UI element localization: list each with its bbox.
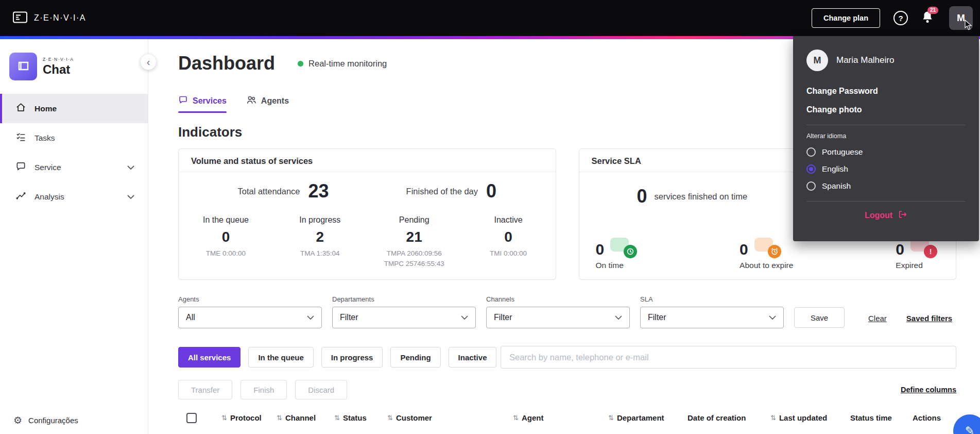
sidebar-item-settings[interactable]: ⚙ Configurações	[0, 406, 148, 434]
sidebar-item-tasks[interactable]: Tasks	[0, 123, 148, 153]
sidebar-item-service[interactable]: Service	[0, 153, 148, 182]
filter-label: Departaments	[332, 295, 476, 303]
column-label: Actions	[913, 413, 941, 422]
stat-value: 0	[896, 241, 904, 258]
notifications-button[interactable]: 21	[921, 10, 934, 26]
chart-icon	[15, 190, 26, 203]
logout-button[interactable]: Logout	[806, 210, 966, 221]
discard-button[interactable]: Discard	[295, 380, 347, 399]
sort-icon: ⇅	[277, 414, 282, 422]
finished-today-metric: Finished of the day 0	[406, 180, 496, 202]
page-title: Dashboard	[178, 53, 275, 74]
tab-all-services[interactable]: All services	[178, 347, 240, 368]
sort-icon: ⇅	[334, 414, 340, 422]
save-filters-button[interactable]: Save	[794, 307, 845, 328]
search-input[interactable]	[501, 346, 956, 369]
column-label: Channel	[285, 413, 316, 422]
notification-badge: 21	[927, 7, 938, 14]
help-icon[interactable]: ?	[893, 11, 908, 25]
column-agent[interactable]: ⇅ Agent	[513, 413, 543, 422]
tab-in-progress[interactable]: In progress	[321, 347, 383, 368]
stat-sub: TMI 0:00:00	[461, 248, 556, 259]
sidebar-menu: Home Tasks	[0, 94, 148, 211]
stat-sub-line: TMPC 25746:55:43	[367, 259, 461, 269]
chevron-down-icon	[127, 192, 134, 202]
radio-selected-icon	[806, 164, 816, 174]
column-status[interactable]: ⇅ Status	[334, 413, 367, 422]
sidebar-item-analysis[interactable]: Analysis	[0, 182, 148, 211]
stat-value: 21	[367, 229, 461, 245]
select-value: Filter	[494, 313, 512, 322]
stat-value: 2	[273, 229, 367, 245]
chat-bubble-icon	[15, 161, 26, 174]
logo-brand-text: Z·E·N·V·I·A	[43, 57, 74, 62]
sla-select[interactable]: Filter	[640, 307, 784, 328]
column-status-time[interactable]: Status time	[850, 413, 892, 422]
column-label: Customer	[396, 413, 432, 422]
logo-product-text: Chat	[43, 62, 74, 77]
stat-sub: TME 0:00:00	[179, 248, 273, 259]
select-all-checkbox[interactable]	[186, 413, 197, 423]
realtime-label: Real-time monitoring	[308, 59, 387, 69]
sidebar-collapse-button[interactable]: ‹	[140, 54, 157, 70]
column-departament[interactable]: ⇅ Departament	[608, 413, 664, 422]
volume-card: Volume and status of services Total atte…	[178, 148, 556, 280]
sidebar-item-home[interactable]: Home	[0, 94, 148, 123]
change-photo-link[interactable]: Change photo	[806, 105, 966, 114]
stat-value: 0	[740, 241, 748, 258]
zenvia-logo-icon	[12, 10, 28, 26]
column-customer[interactable]: ⇅ Customer	[387, 413, 432, 422]
tab-inactive[interactable]: Inactive	[449, 347, 497, 368]
metric-label: Total attendance	[237, 187, 300, 196]
bell-icon	[921, 16, 934, 25]
column-last-updated[interactable]: ⇅ Last updated	[770, 413, 827, 422]
channels-select[interactable]: Filter	[486, 307, 630, 328]
clear-filters-link[interactable]: Clear	[868, 314, 887, 323]
stat-value: 0	[596, 241, 605, 258]
sidebar-item-label: Service	[35, 163, 61, 172]
transfer-button[interactable]: Transfer	[178, 380, 232, 399]
column-protocol[interactable]: ⇅ Protocol	[221, 413, 262, 422]
language-option-spanish[interactable]: Spanish	[806, 181, 966, 191]
tab-services[interactable]: Services	[178, 95, 227, 113]
tasks-icon	[15, 131, 26, 144]
stat-label: On time	[596, 261, 638, 270]
stat-expired: 0 ! Expired	[896, 238, 937, 270]
define-columns-link[interactable]: Define columns	[901, 386, 956, 394]
filter-channels: Channels Filter	[486, 295, 630, 328]
column-actions[interactable]: Actions	[913, 413, 941, 422]
table-header: ⇅ Protocol ⇅ Channel ⇅ Status ⇅ Customer…	[178, 412, 956, 428]
departaments-select[interactable]: Filter	[332, 307, 476, 328]
chevron-down-icon	[127, 163, 134, 172]
tab-label: Agents	[261, 96, 289, 106]
user-avatar-button[interactable]: M	[949, 6, 973, 30]
change-plan-button[interactable]: Change plan	[812, 8, 880, 28]
user-name: Maria Malheiro	[836, 55, 894, 65]
column-label: Date of creation	[687, 413, 746, 422]
filter-sla: SLA Filter	[640, 295, 784, 328]
change-password-link[interactable]: Change Password	[806, 87, 966, 96]
column-date-of-creation[interactable]: Date of creation	[687, 413, 746, 422]
user-menu: M Maria Malheiro Change Password Change …	[793, 36, 979, 241]
user-menu-header: M Maria Malheiro	[806, 49, 966, 71]
stat-sub: TMPA 2060:09:56 TMPC 25746:55:43	[367, 248, 461, 270]
language-section-label: Alterar idioma	[806, 132, 966, 140]
column-channel[interactable]: ⇅ Channel	[277, 413, 316, 422]
on-time-clock-icon	[610, 238, 637, 258]
language-option-english[interactable]: English	[806, 164, 966, 174]
saved-filters-link[interactable]: Saved filters	[906, 314, 952, 323]
language-label: Spanish	[822, 181, 851, 191]
chevron-down-icon	[615, 313, 622, 322]
select-value: All	[186, 313, 195, 322]
finish-button[interactable]: Finish	[240, 380, 287, 399]
tab-agents[interactable]: Agents	[246, 95, 289, 113]
stat-value: 0	[179, 229, 273, 245]
volume-card-title: Volume and status of services	[179, 149, 556, 172]
language-label: English	[822, 164, 848, 174]
filter-departaments: Departaments Filter	[332, 295, 476, 328]
sidebar-item-label: Analysis	[35, 192, 64, 202]
agents-select[interactable]: All	[178, 307, 322, 328]
language-option-portuguese[interactable]: Portuguese	[806, 147, 966, 157]
tab-in-the-queue[interactable]: In the queue	[248, 347, 313, 368]
tab-pending[interactable]: Pending	[390, 347, 440, 368]
